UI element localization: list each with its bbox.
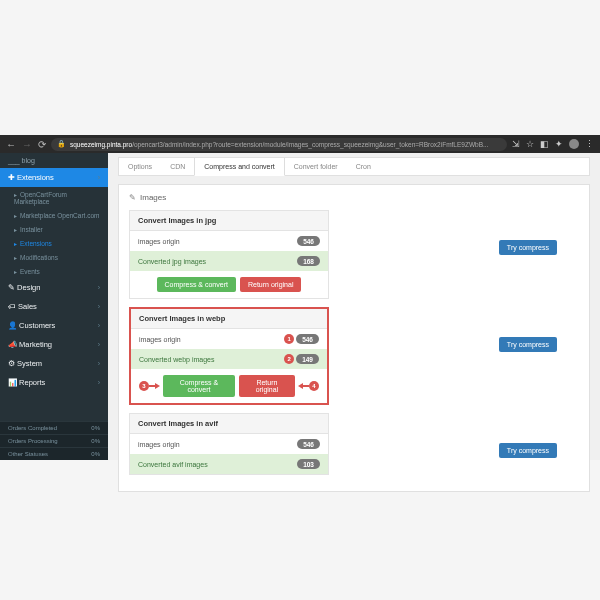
- try-compress-button[interactable]: Try compress: [499, 337, 557, 352]
- customers-icon: 👤: [8, 321, 17, 330]
- tab-options[interactable]: Options: [119, 158, 161, 175]
- sidebar-sub-installer[interactable]: Installer: [0, 222, 108, 236]
- puzzle-icon: ✚: [8, 173, 15, 182]
- card-avif: Convert Images in avif images origin 546…: [129, 413, 329, 475]
- sidebar-item-extensions[interactable]: ✚ Extensions ›: [0, 168, 108, 187]
- tab-cron[interactable]: Cron: [347, 158, 380, 175]
- tabs: Options CDN Compress and convert Convert…: [118, 157, 590, 176]
- url-bar[interactable]: 🔒 squeezeimg.pinta.pro /opencart3/admin/…: [51, 138, 507, 151]
- sidebar: ___ blog ✚ Extensions › OpenCartForum Ma…: [0, 153, 108, 460]
- compress-convert-button[interactable]: Compress & convert: [157, 277, 236, 292]
- try-compress-button[interactable]: Try compress: [499, 240, 557, 255]
- stat-other-statuses: Other Statuses0%: [0, 447, 108, 460]
- browser-chrome-bar: ← → ⟳ 🔒 squeezeimg.pinta.pro /opencart3/…: [0, 135, 600, 153]
- marketing-icon: 📣: [8, 340, 17, 349]
- card-actions: Compress & convert Return original: [130, 271, 328, 298]
- card-jpg: Convert Images in jpg images origin 546 …: [129, 210, 329, 299]
- row-converted: Converted webp images 2 149: [131, 349, 327, 369]
- panel-title: ✎ Images: [129, 193, 579, 202]
- sidebar-item-customers[interactable]: 👤 Customers›: [0, 316, 108, 335]
- chevron-right-icon: ›: [98, 284, 100, 291]
- sidebar-label: Extensions: [17, 173, 54, 182]
- forward-icon[interactable]: →: [22, 139, 32, 150]
- compress-convert-button[interactable]: Compress & convert: [163, 375, 235, 397]
- tab-compress-convert[interactable]: Compress and convert: [194, 158, 284, 176]
- annotation-marker-3: 3: [139, 381, 159, 391]
- row-origin: images origin 546: [130, 434, 328, 454]
- sidebar-sub-events[interactable]: Events: [0, 264, 108, 278]
- return-original-button[interactable]: Return original: [240, 277, 302, 292]
- annotation-marker-4: 4: [299, 381, 319, 391]
- chevron-right-icon: ›: [98, 341, 100, 348]
- system-icon: ⚙: [8, 359, 15, 368]
- sidebar-item-marketing[interactable]: 📣 Marketing›: [0, 335, 108, 354]
- sidebar-item-blog[interactable]: ___ blog: [0, 153, 108, 168]
- tab-convert-folder[interactable]: Convert folder: [285, 158, 347, 175]
- annotation-marker-1: 1: [284, 334, 294, 344]
- badge: 546: [296, 334, 319, 344]
- sidebar-stats: Orders Completed0% Orders Processing0% O…: [0, 421, 108, 460]
- badge: 546: [297, 236, 320, 246]
- badge: 546: [297, 439, 320, 449]
- pencil-icon: ✎: [129, 193, 136, 202]
- sales-icon: 🏷: [8, 302, 16, 311]
- card-webp: Convert Images in webp images origin 1 5…: [129, 307, 329, 405]
- badge: 103: [297, 459, 320, 469]
- sidebar-sub-marketplace[interactable]: Marketplace OpenCart.com: [0, 208, 108, 222]
- badge: 168: [297, 256, 320, 266]
- profile-icon[interactable]: [569, 139, 579, 149]
- images-panel: ✎ Images Convert Images in jpg images or…: [118, 184, 590, 492]
- chevron-right-icon: ›: [98, 360, 100, 367]
- annotation-marker-2: 2: [284, 354, 294, 364]
- chevron-right-icon: ›: [98, 303, 100, 310]
- chevron-right-icon: ›: [98, 174, 100, 181]
- row-converted: Converted avif images 103: [130, 454, 328, 474]
- back-icon[interactable]: ←: [6, 139, 16, 150]
- reports-icon: 📊: [8, 378, 17, 387]
- menu-icon[interactable]: ⋮: [585, 139, 594, 149]
- tab-cdn[interactable]: CDN: [161, 158, 194, 175]
- ext1-icon[interactable]: ◧: [540, 139, 549, 149]
- lock-icon: 🔒: [57, 140, 66, 148]
- design-icon: ✎: [8, 283, 15, 292]
- stat-orders-completed: Orders Completed0%: [0, 421, 108, 434]
- card-actions: 3 Compress & convert Return original 4: [131, 369, 327, 403]
- sidebar-item-design[interactable]: ✎ Design›: [0, 278, 108, 297]
- sidebar-item-system[interactable]: ⚙ System›: [0, 354, 108, 373]
- card-title: Convert Images in webp: [131, 309, 327, 329]
- puzzle-icon[interactable]: ✦: [555, 139, 563, 149]
- star-icon[interactable]: ☆: [526, 139, 534, 149]
- url-host: squeezeimg.pinta.pro: [70, 141, 132, 148]
- reload-icon[interactable]: ⟳: [38, 139, 46, 150]
- sidebar-sub-extensions[interactable]: Extensions: [0, 236, 108, 250]
- url-path: /opencart3/admin/index.php?route=extensi…: [132, 141, 488, 148]
- row-origin: images origin 1 546: [131, 329, 327, 349]
- card-title: Convert Images in jpg: [130, 211, 328, 231]
- row-origin: images origin 546: [130, 231, 328, 251]
- sidebar-sub-ocforum[interactable]: OpenCartForum Marketplace: [0, 187, 108, 208]
- badge: 149: [296, 354, 319, 364]
- stat-orders-processing: Orders Processing0%: [0, 434, 108, 447]
- return-original-button[interactable]: Return original: [239, 375, 295, 397]
- share-icon[interactable]: ⇲: [512, 139, 520, 149]
- sidebar-item-sales[interactable]: 🏷 Sales›: [0, 297, 108, 316]
- sidebar-sub-modifications[interactable]: Modifications: [0, 250, 108, 264]
- chevron-right-icon: ›: [98, 322, 100, 329]
- sidebar-item-reports[interactable]: 📊 Reports›: [0, 373, 108, 392]
- chevron-right-icon: ›: [98, 379, 100, 386]
- row-converted: Converted jpg images 168: [130, 251, 328, 271]
- try-compress-button[interactable]: Try compress: [499, 443, 557, 458]
- card-title: Convert Images in avif: [130, 414, 328, 434]
- content-area: Options CDN Compress and convert Convert…: [108, 153, 600, 460]
- sidebar-label: ___ blog: [8, 157, 35, 164]
